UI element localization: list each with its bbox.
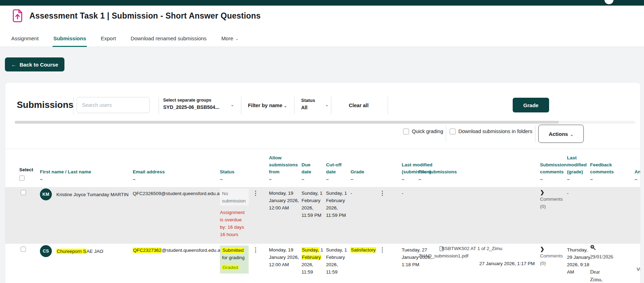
student-email: QFC2326509@student.queensford.edu.au — [133, 190, 222, 197]
due-date: Sunday, 1 February 2026, 11:59 — [302, 246, 325, 276]
table-row: KM Kristine Joyce Tumanday MARTIN QFC232… — [5, 187, 640, 244]
sort-grade-link[interactable]: Grade — [351, 168, 379, 175]
avatar: CS — [40, 245, 52, 257]
sort-indicator: – — [635, 176, 640, 183]
table-header-row: Select First name / Last name – Email ad… — [5, 149, 640, 187]
annotate-link-cut[interactable]: Vi — [637, 265, 640, 273]
cutoff-date: Sunday, 1 February 2026, 11:59 — [326, 246, 349, 276]
select-all-checkbox[interactable] — [19, 175, 25, 181]
divider — [241, 97, 241, 114]
tab-download-renamed-submissions[interactable]: Download renamed submissions — [130, 35, 207, 47]
separate-groups-selector[interactable]: Select separate groups SYD_2025-06_BSB50… — [163, 97, 238, 111]
divider — [331, 97, 331, 114]
due-date: Sunday, 1 February 2026, 11:59 PM — [302, 189, 325, 219]
sort-indicator: – — [269, 176, 299, 183]
column-header-status: Status – — [220, 168, 252, 183]
horizontal-scrollbar-thumb[interactable] — [15, 121, 559, 124]
sort-file-submissions-link[interactable]: File submissions — [418, 168, 489, 175]
student-email: QFC2327362@student.queensford.edu.au — [133, 247, 222, 254]
tab-export[interactable]: Export — [100, 35, 117, 47]
sort-submission-comments-link[interactable]: Submission comments — [540, 161, 569, 175]
pdf-file-icon — [439, 246, 444, 253]
chevron-down-icon: ⌄ — [230, 102, 234, 107]
tab-more[interactable]: More⌄ — [221, 35, 239, 47]
divider — [535, 125, 535, 142]
column-header-due-date: Due date – — [302, 161, 316, 183]
submissions-panel: Submissions Select separate groups SYD_2… — [5, 82, 640, 283]
assignment-activity-icon — [12, 9, 23, 23]
tab-assignment[interactable]: Assignment — [11, 35, 39, 47]
sort-indicator: – — [220, 176, 252, 183]
column-header-feedback-comments: Feedback comments – — [590, 161, 615, 183]
last-modified-grade: Thursday, 29 January 2026, 9:18 AM — [567, 246, 591, 276]
sort-indicator: – — [40, 176, 132, 183]
submissions-heading: Submissions — [17, 99, 74, 110]
tab-submissions[interactable]: Submissions — [53, 35, 86, 47]
back-arrow-icon: ← — [11, 62, 16, 68]
sort-indicator: – — [133, 176, 222, 183]
grade-menu-icon[interactable]: ⋮ — [379, 190, 393, 196]
submission-file-date: 27 January 2026, 1:17 PM — [418, 260, 535, 267]
column-header-last-modified-grade: Last modified (grade) – — [567, 154, 589, 183]
row-select-checkbox[interactable] — [21, 190, 26, 195]
comments-count: (0) — [540, 203, 572, 210]
cutoff-date: Sunday, 1 February 2026, 11:59 PM — [326, 189, 349, 219]
back-to-course-button[interactable]: ← Back to Course — [5, 57, 64, 71]
clear-all-button[interactable]: Clear all — [349, 103, 368, 108]
sort-indicator: – — [540, 176, 569, 183]
chevron-down-icon: ⌄ — [325, 102, 329, 107]
sort-indicator: – — [418, 176, 489, 183]
status-badge: Submitted for grading Graded — [220, 246, 249, 274]
sort-indicator: – — [351, 176, 379, 183]
column-header-grade: Grade – — [351, 168, 379, 183]
sort-indicator: – — [567, 176, 589, 183]
allow-submissions-from: Monday, 19 January 2026, 12:00 AM — [269, 246, 300, 268]
sort-email-link[interactable]: Email address — [133, 168, 222, 175]
sort-feedback-comments-link[interactable]: Feedback comments — [590, 161, 615, 175]
feedback-preview: Dear Zimu, — [590, 268, 605, 283]
column-header-select: Select — [19, 166, 38, 183]
grade-menu-icon[interactable]: ⋮ — [379, 247, 393, 253]
avatar: KM — [40, 188, 52, 200]
last-modified-submission: - — [402, 189, 437, 197]
search-users-input[interactable] — [77, 97, 150, 113]
quick-grading-checkbox[interactable] — [403, 129, 409, 134]
row-menu-icon[interactable]: ⋮ — [252, 247, 266, 253]
top-navbar — [0, 0, 644, 6]
download-folders-checkbox[interactable] — [450, 129, 456, 134]
download-folders-label: Download submissions in folders — [458, 129, 532, 134]
grade-button[interactable]: Grade — [513, 98, 549, 112]
column-header-cutoff-date: Cut-off date – — [326, 161, 344, 183]
column-header-submission-comments: Submission comments – — [540, 161, 569, 183]
sort-due-date-link[interactable]: Due date — [302, 161, 316, 175]
column-header-name: First name / Last name – — [40, 168, 132, 183]
zoom-in-icon[interactable] — [590, 244, 629, 252]
sort-annotate-link[interactable]: An — [635, 168, 640, 175]
column-header-file-submissions: File submissions – — [418, 168, 489, 183]
submission-file-link[interactable]: BSBTWK502 AT 1 of 2_Zimu ZHAO_submission… — [418, 245, 514, 260]
actions-button[interactable]: Actions⌄ — [538, 125, 584, 143]
row-select-checkbox[interactable] — [21, 247, 26, 252]
chevron-down-icon: ⌄ — [235, 36, 238, 41]
table-row: CS Chureeporn SAE JAO QFC2327362@student… — [5, 244, 640, 283]
feedback-date: 29/01/2026 — [590, 253, 629, 261]
column-header-email: Email address – — [133, 168, 222, 183]
overdue-warning: Assignment is overdue by: 16 days 16 hou… — [220, 209, 249, 238]
sort-last-modified-grade-link[interactable]: Last modified (grade) — [567, 154, 589, 175]
divider — [159, 97, 159, 114]
sort-status-link[interactable]: Status — [220, 168, 252, 175]
column-header-allow-from: Allow submissions from – — [269, 154, 299, 183]
sort-name-link[interactable]: First name / Last name — [40, 168, 132, 175]
row-menu-icon[interactable]: ⋮ — [252, 190, 266, 196]
status-filter-selector[interactable]: Status All ⌄ — [301, 98, 331, 111]
divider — [446, 125, 446, 142]
divider — [294, 97, 295, 114]
sort-allow-from-link[interactable]: Allow submissions from — [269, 154, 299, 175]
sort-indicator: – — [326, 176, 344, 183]
status-badge: No submission — [220, 189, 249, 206]
filter-by-name-dropdown[interactable]: Filter by name ⌄ — [248, 103, 287, 108]
page-header: Assessment Task 1 | Submission - Short A… — [0, 6, 644, 47]
sort-cutoff-date-link[interactable]: Cut-off date — [326, 161, 344, 175]
last-modified-grade: - — [567, 189, 591, 197]
user-avatar[interactable] — [604, 0, 614, 4]
